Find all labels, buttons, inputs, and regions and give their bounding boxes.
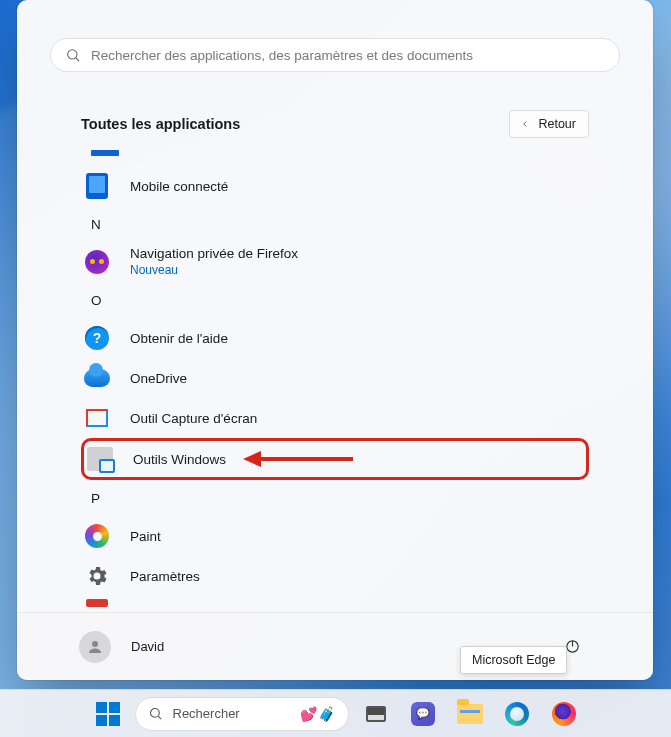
app-paint[interactable]: Paint xyxy=(81,516,589,556)
teams-icon: 💬 xyxy=(411,702,435,726)
search-icon xyxy=(65,47,81,63)
app-snipping-tool[interactable]: Outil Capture d'écran xyxy=(81,398,589,438)
app-label: Paint xyxy=(130,529,161,544)
paint-icon xyxy=(83,522,111,550)
taskbar-edge[interactable] xyxy=(497,694,537,734)
svg-point-7 xyxy=(150,709,159,718)
taskbar-teams[interactable]: 💬 xyxy=(403,694,443,734)
phone-link-icon xyxy=(83,172,111,200)
app-label: OneDrive xyxy=(130,371,187,386)
back-button-label: Retour xyxy=(538,117,576,131)
firefox-icon xyxy=(552,702,576,726)
svg-point-0 xyxy=(68,50,77,59)
firefox-private-icon xyxy=(83,248,111,276)
search-input[interactable] xyxy=(91,48,605,63)
app-label: Outil Capture d'écran xyxy=(130,411,257,426)
taskbar: Rechercher 💕🧳 💬 xyxy=(0,689,671,737)
all-apps-title: Toutes les applications xyxy=(81,116,240,132)
app-sublabel-new: Nouveau xyxy=(130,263,298,278)
search-box[interactable] xyxy=(50,38,620,72)
tooltip: Microsoft Edge xyxy=(460,646,567,674)
app-label: Paramètres xyxy=(130,569,200,584)
app-firefox-private[interactable]: Navigation privée de Firefox Nouveau xyxy=(81,242,589,282)
svg-line-8 xyxy=(158,716,161,719)
user-name-label: David xyxy=(131,639,164,654)
letter-header-p[interactable]: P xyxy=(81,480,589,516)
taskbar-firefox[interactable] xyxy=(544,694,584,734)
app-label: Navigation privée de Firefox xyxy=(130,246,298,263)
task-view-button[interactable] xyxy=(356,694,396,734)
windows-tools-icon xyxy=(86,445,114,473)
start-button[interactable] xyxy=(88,694,128,734)
letter-header-n[interactable]: N xyxy=(81,206,589,242)
app-settings[interactable]: Paramètres xyxy=(81,556,589,596)
app-label: Obtenir de l'aide xyxy=(130,331,228,346)
chevron-left-icon xyxy=(520,119,530,129)
start-menu-panel: Toutes les applications Retour Mobile co… xyxy=(17,0,653,680)
app-label: Mobile connecté xyxy=(130,179,228,194)
back-button[interactable]: Retour xyxy=(509,110,589,138)
search-flair-icon: 💕🧳 xyxy=(300,706,336,722)
file-explorer-icon xyxy=(457,704,483,724)
app-partial-bottom[interactable] xyxy=(81,596,589,610)
edge-icon xyxy=(505,702,529,726)
gear-icon xyxy=(83,562,111,590)
snipping-tool-icon xyxy=(83,404,111,432)
search-icon xyxy=(148,706,163,721)
tooltip-text: Microsoft Edge xyxy=(472,653,555,667)
windows-logo-icon xyxy=(96,702,120,726)
svg-point-2 xyxy=(92,641,98,647)
app-get-help[interactable]: ? Obtenir de l'aide xyxy=(81,318,589,358)
task-view-icon xyxy=(366,706,386,722)
avatar-icon xyxy=(79,631,111,663)
app-label: Outils Windows xyxy=(133,452,226,467)
help-icon: ? xyxy=(83,324,111,352)
taskbar-explorer[interactable] xyxy=(450,694,490,734)
all-apps-header: Toutes les applications Retour xyxy=(17,72,653,150)
app-list: Mobile connecté N Navigation privée de F… xyxy=(17,150,653,612)
partial-app-icon xyxy=(83,596,111,610)
onedrive-icon xyxy=(83,364,111,392)
app-onedrive[interactable]: OneDrive xyxy=(81,358,589,398)
taskbar-search[interactable]: Rechercher 💕🧳 xyxy=(135,697,349,731)
taskbar-search-label: Rechercher xyxy=(173,706,290,721)
user-account-button[interactable]: David xyxy=(79,631,164,663)
partial-app-icon xyxy=(91,150,119,156)
app-mobile-connecte[interactable]: Mobile connecté xyxy=(81,166,589,206)
svg-line-1 xyxy=(76,58,79,61)
letter-header-o[interactable]: O xyxy=(81,282,589,318)
app-windows-tools[interactable]: Outils Windows xyxy=(81,438,589,480)
search-container xyxy=(17,0,653,72)
